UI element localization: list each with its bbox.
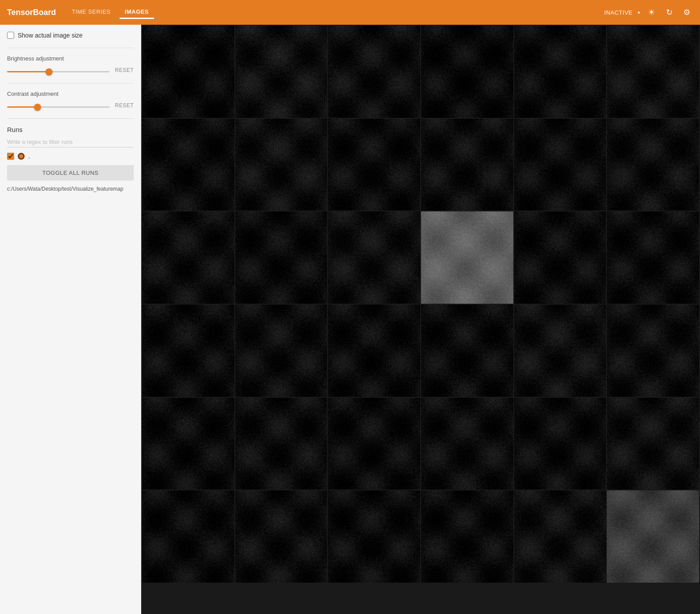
settings-icon[interactable]: ⚙	[681, 6, 693, 19]
image-cell[interactable]	[421, 211, 513, 304]
run-radio[interactable]	[18, 153, 25, 160]
contrast-slider-container	[7, 102, 109, 109]
image-cell[interactable]	[514, 398, 606, 490]
image-cell[interactable]	[421, 119, 513, 211]
image-cell[interactable]	[607, 398, 699, 490]
run-path-label: c:/Users/Wata/Desktop/test/Visualize_fea…	[7, 186, 134, 192]
image-cell[interactable]	[607, 490, 699, 583]
contrast-section: Contrast adjustment RESET	[7, 90, 134, 109]
show-actual-size-label: Show actual image size	[18, 32, 83, 39]
sidebar: Show actual image size Brightness adjust…	[0, 25, 141, 614]
contrast-slider-row: RESET	[7, 102, 134, 109]
run-dot-label: .	[28, 153, 30, 160]
image-cell[interactable]	[607, 26, 699, 118]
contrast-reset-button[interactable]: RESET	[115, 102, 134, 109]
image-cell[interactable]	[328, 119, 420, 211]
brightness-slider-container	[7, 66, 109, 74]
image-cell[interactable]	[142, 490, 234, 583]
image-cell[interactable]	[607, 211, 699, 304]
contrast-label: Contrast adjustment	[7, 90, 134, 97]
image-cell[interactable]	[142, 26, 234, 118]
logo: TensorBoard	[7, 8, 56, 17]
image-cell[interactable]	[235, 211, 327, 304]
image-cell[interactable]	[328, 211, 420, 304]
image-cell[interactable]	[607, 305, 699, 397]
image-cell[interactable]	[142, 305, 234, 397]
divider-1	[7, 48, 134, 48]
image-cell[interactable]	[514, 305, 606, 397]
image-cell[interactable]	[328, 305, 420, 397]
image-cell[interactable]	[142, 211, 234, 304]
run-row: .	[7, 153, 134, 160]
brightness-slider[interactable]	[7, 71, 109, 72]
image-cell[interactable]	[514, 119, 606, 211]
toggle-all-runs-button[interactable]: TOGGLE ALL RUNS	[7, 165, 134, 181]
brightness-section: Brightness adjustment RESET	[7, 55, 134, 74]
run-checkbox[interactable]	[7, 153, 14, 160]
image-cell[interactable]	[514, 211, 606, 304]
layout: Show actual image size Brightness adjust…	[0, 25, 700, 614]
image-cell[interactable]	[421, 305, 513, 397]
image-cell[interactable]	[235, 119, 327, 211]
nav: TIME SERIES IMAGES	[67, 6, 154, 19]
nav-images[interactable]: IMAGES	[120, 6, 154, 19]
image-cell[interactable]	[142, 119, 234, 211]
nav-time-series[interactable]: TIME SERIES	[67, 6, 116, 19]
divider-3	[7, 118, 134, 119]
runs-section: Runs . TOGGLE ALL RUNS c:/Users/Wata/Des…	[7, 126, 134, 192]
image-cell[interactable]	[514, 490, 606, 583]
image-cell[interactable]	[235, 398, 327, 490]
image-cell[interactable]	[142, 398, 234, 490]
brightness-label: Brightness adjustment	[7, 55, 134, 62]
show-actual-size-checkbox[interactable]	[7, 32, 14, 39]
brightness-reset-button[interactable]: RESET	[115, 67, 134, 73]
refresh-icon[interactable]: ↻	[663, 6, 675, 19]
image-cell[interactable]	[328, 490, 420, 583]
main-content	[141, 25, 700, 614]
image-cell[interactable]	[235, 26, 327, 118]
brightness-icon[interactable]: ☀	[645, 6, 658, 19]
image-cell[interactable]	[235, 305, 327, 397]
header-right: INACTIVE ▾ ☀ ↻ ⚙	[604, 6, 693, 19]
image-cell[interactable]	[328, 26, 420, 118]
image-cell[interactable]	[421, 26, 513, 118]
image-cell[interactable]	[421, 398, 513, 490]
header: TensorBoard TIME SERIES IMAGES INACTIVE …	[0, 0, 700, 25]
image-grid	[141, 25, 700, 584]
image-cell[interactable]	[421, 490, 513, 583]
brightness-slider-row: RESET	[7, 66, 134, 74]
filter-runs-input[interactable]	[7, 137, 134, 147]
runs-label: Runs	[7, 126, 134, 133]
image-cell[interactable]	[328, 398, 420, 490]
show-actual-size-row: Show actual image size	[7, 32, 134, 39]
contrast-slider[interactable]	[7, 106, 109, 108]
dropdown-arrow-icon[interactable]: ▾	[638, 10, 640, 15]
image-cell[interactable]	[514, 26, 606, 118]
divider-2	[7, 83, 134, 83]
image-cell[interactable]	[607, 119, 699, 211]
status-badge: INACTIVE	[604, 9, 632, 16]
image-cell[interactable]	[235, 490, 327, 583]
